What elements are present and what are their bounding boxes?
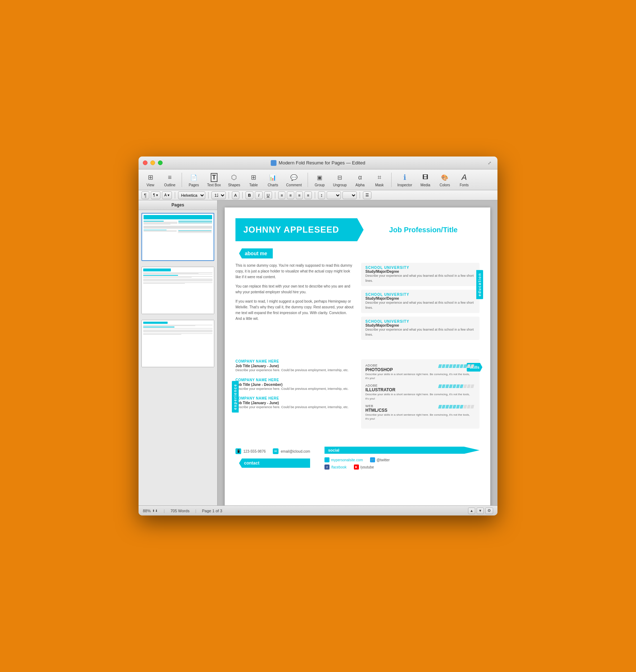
job-title[interactable]: Job Profession/Title [389,226,458,234]
toolbar-mask[interactable]: Mask [370,171,388,188]
toolbar-outline[interactable]: Outline [161,171,179,188]
toolbar-table[interactable]: Table [244,171,262,188]
line-spacing-btn[interactable]: ↕ [318,191,326,199]
school-degree-3: Study/Major/Degree [365,323,475,327]
group-icon [314,172,326,182]
toolbar-textbox[interactable]: Text Box [204,171,224,188]
line-spacing-select[interactable] [327,191,341,199]
align-left-btn[interactable]: ≡ [278,191,285,199]
fullscreen-button[interactable]: ⤢ [486,159,493,167]
twitter-handle: @twitter [377,458,390,462]
title-section: Job Profession/Title [367,218,480,241]
textbox-icon [208,172,220,182]
font-family-select[interactable]: Helvetica [178,191,205,199]
skills-container: skills ADOBE PHOTOSHOP [361,359,480,429]
school-desc-1: Describe your experience and what you le… [365,274,475,283]
page-thumbnail-1[interactable]: 1 [141,213,214,261]
align-center-btn[interactable]: ≡ [287,191,294,199]
skill-item-2: ADOBE ILLUSTRATOR [365,384,474,400]
edu-card-2: SCHOOL UNIVERSITY Study/Major/Degree Des… [361,290,480,313]
toolbar-pages-label: Pages [189,183,199,187]
school-name-1: SCHOOL UNIVERSITY [365,266,475,270]
toolbar-fonts-label: Fonts [460,183,469,187]
skill-seg [471,405,474,409]
word-count: 705 Words [170,509,190,513]
page-thumbnail-2[interactable]: 2 [141,267,214,314]
skill-desc-3: Describe your skills in a short sentence… [365,413,474,421]
skill-seg [463,364,467,368]
facebook-link[interactable]: /facebook [331,465,346,469]
align-justify-btn[interactable]: ≡ [304,191,312,199]
section-spacer-1 [235,352,480,359]
toolbar-media[interactable]: Media [416,171,434,188]
toolbar-pages[interactable]: Pages [185,171,203,188]
format-sep-7 [360,192,360,199]
toolbar-comment-label: Comment [286,183,301,187]
settings-btn[interactable]: ⚙ [485,508,493,514]
format-sep-6 [315,192,315,199]
close-button[interactable] [143,160,148,165]
toolbar-view[interactable]: View [141,171,159,188]
skill-seg [460,364,464,368]
page-indicator: Page 1 of 3 [202,509,222,513]
exp-company-2: COMPANY NAME HERE [235,378,354,382]
page-thumbnail-3[interactable]: 3 [141,320,214,367]
bold-btn[interactable]: B [245,191,253,199]
font-color-btn[interactable]: A [232,191,239,199]
text-style-dropdown[interactable]: A ▾ [162,191,172,199]
toolbar-inspector[interactable]: Inspector [394,171,415,188]
toolbar-fonts[interactable]: Fonts [455,171,473,188]
underline-btn[interactable]: U [264,191,272,199]
zoom-control[interactable]: 88% ⬆⬇ [143,509,158,513]
format-sep-1 [175,192,175,199]
toolbar-ungroup[interactable]: Ungroup [330,171,350,188]
contact-label: contact [239,458,310,468]
traffic-lights [143,160,163,165]
skill-seg [449,405,453,409]
about-para-3: If you want to read, I might suggest a g… [235,299,354,322]
toolbar-shapes[interactable]: Shapes [225,171,243,188]
align-right-btn[interactable]: ≡ [296,191,303,199]
canvas-area[interactable]: JOHNNY APPLESEED Job Profession/Title ab… [218,200,497,505]
youtube-item: ▶ /youtube [354,465,374,470]
app-icon [271,160,276,166]
alpha-icon [354,172,366,182]
skill-seg [460,405,464,409]
skill-seg [467,405,471,409]
twitter-item: 🐦 @twitter [370,457,390,462]
maximize-button[interactable] [158,160,163,165]
toolbar-comment[interactable]: Comment [283,171,304,188]
minimize-button[interactable] [150,160,155,165]
list-btn[interactable]: ☰ [363,191,371,199]
school-degree-1: Study/Major/Degree [365,270,475,274]
skill-seg [463,405,467,409]
italic-btn[interactable]: I [255,191,263,199]
toolbar-group-label: Group [315,183,325,187]
exp-title-2: Job Title (June - December) [235,383,354,387]
paragraph-style-btn[interactable]: ¶ [141,191,149,199]
paragraph-dropdown[interactable]: ¶ ▾ [151,191,160,199]
toolbar-charts[interactable]: Charts [264,171,282,188]
exp-item-2: COMPANY NAME HERE Job Title (June - Dece… [235,378,354,392]
exp-skills-section: COMPANY NAME HERE Job Title (January - J… [235,359,480,429]
education-label: education [476,270,483,299]
toolbar-alpha-label: Alpha [355,183,365,187]
col-layout-select[interactable] [342,191,357,199]
toolbar-colors-label: Colors [440,183,450,187]
website-link[interactable]: mypersonalsite.com [331,458,363,462]
school-name-2: SCHOOL UNIVERSITY [365,293,475,297]
view-icon [145,172,156,182]
about-section: about me This is some dummy copy. You're… [235,248,480,344]
resume-name[interactable]: JOHNNY APPLESEED [243,225,356,235]
toolbar-group[interactable]: Group [311,171,329,188]
school-desc-3: Describe your experience and what you le… [365,327,475,337]
pages-icon [188,172,200,182]
toolbar-alpha[interactable]: Alpha [351,171,369,188]
font-size-select[interactable]: 12 [211,191,226,199]
resume-header: JOHNNY APPLESEED Job Profession/Title [235,218,480,241]
fonts-icon [458,172,470,182]
next-page-btn[interactable]: ▼ [477,508,484,514]
toolbar-colors[interactable]: Colors [436,171,454,188]
prev-page-btn[interactable]: ▲ [468,508,475,514]
skill-seg [442,364,446,368]
